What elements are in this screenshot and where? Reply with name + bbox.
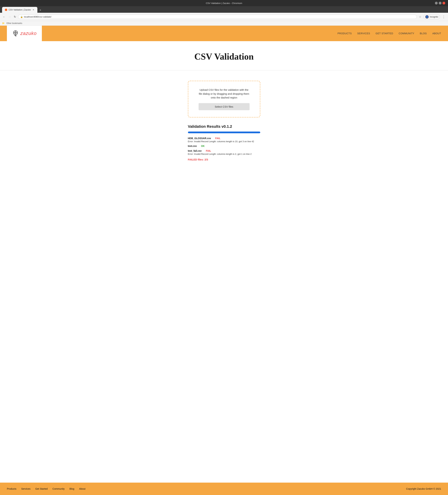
profile-label: Incognito (430, 16, 438, 18)
folder-icon: 📁 (2, 22, 5, 25)
bookmark-star-button[interactable]: ☆ (418, 14, 422, 19)
result-error-3: Error: Invalid Record Length: columns le… (188, 153, 260, 155)
result-item-3: test_fail.csv FAIL Error: Invalid Record… (188, 149, 260, 155)
main-section: Upload CSV files for the validation with… (0, 70, 448, 171)
nav-services[interactable]: SERVICES (357, 32, 370, 35)
result-error-1: Error: Invalid Record Length: columns le… (188, 140, 260, 143)
result-status-3: FAIL (206, 150, 211, 152)
tab-favicon (5, 9, 7, 11)
logo-icon (12, 30, 19, 37)
window-title: CSV Validation | Zazuko - Chromium (206, 2, 242, 4)
window-controls: — □ ✕ (435, 2, 445, 4)
failed-summary: FAILED files: 2/3 (188, 158, 260, 161)
active-tab[interactable]: CSV Validation | Zazuko ✕ (2, 7, 37, 13)
bookmarks-bar: 📁 Other bookmarks (0, 21, 448, 26)
result-item-2: test.csv OK (188, 144, 260, 148)
logo-text: zazuko (20, 31, 37, 36)
close-button[interactable]: ✕ (443, 2, 445, 4)
result-item-1: HDB_GLOSSAR.csv FAIL Error: Invalid Reco… (188, 137, 260, 143)
reload-button[interactable]: ↻ (13, 14, 17, 19)
tab-close-button[interactable]: ✕ (32, 9, 35, 11)
result-filename-1: HDB_GLOSSAR.csv (188, 137, 211, 140)
other-bookmarks-item[interactable]: Other bookmarks (5, 22, 23, 25)
url-input[interactable] (24, 15, 415, 18)
upload-description: Upload CSV files for the validation with… (199, 88, 250, 100)
forward-button[interactable]: → (8, 15, 12, 19)
logo-area: zazuko (7, 26, 42, 41)
select-files-button[interactable]: Select CSV files (199, 103, 250, 110)
footer-products[interactable]: Products (7, 487, 16, 490)
site-header: zazuko PRODUCTS SERVICES GET STARTED COM… (0, 26, 448, 41)
nav-community[interactable]: COMMUNITY (399, 32, 414, 35)
footer-blog[interactable]: Blog (70, 487, 74, 490)
result-status-2: OK (201, 145, 205, 147)
title-bar: CSV Validation | Zazuko - Chromium — □ ✕ (0, 0, 448, 6)
more-options-button[interactable]: ⋮ (441, 14, 446, 19)
upload-zone[interactable]: Upload CSV files for the validation with… (188, 81, 260, 117)
results-title: Validation Results v0.1.2 (188, 124, 260, 129)
new-tab-button[interactable]: + (38, 8, 43, 13)
tab-label: CSV Validation | Zazuko (9, 9, 31, 11)
footer-community[interactable]: Community (53, 487, 65, 490)
result-status-1: FAIL (215, 137, 221, 140)
progress-bar-fill (188, 132, 260, 133)
nav-about[interactable]: ABOUT (432, 32, 441, 35)
maximize-button[interactable]: □ (439, 2, 441, 4)
site-footer: Products Services Get Started Community … (0, 483, 448, 495)
website: zazuko PRODUCTS SERVICES GET STARTED COM… (0, 26, 448, 495)
page-title: CSV Validation (7, 52, 441, 62)
page-title-section: CSV Validation (0, 41, 448, 70)
nav-get-started[interactable]: GET STARTED (376, 32, 393, 35)
result-filename-3: test_fail.csv (188, 150, 202, 152)
footer-about[interactable]: About (79, 487, 85, 490)
minimize-button[interactable]: — (435, 2, 438, 4)
lock-icon: 🔒 (20, 16, 23, 18)
footer-get-started[interactable]: Get Started (35, 487, 48, 490)
results-section: Validation Results v0.1.2 HDB_GLOSSAR.cs… (188, 124, 260, 161)
footer-links: Products Services Get Started Community … (7, 487, 85, 490)
back-button[interactable]: ← (2, 15, 6, 19)
result-filename-2: test.csv (188, 145, 197, 147)
nav-blog[interactable]: BLOG (420, 32, 427, 35)
nav-products[interactable]: PRODUCTS (337, 32, 352, 35)
address-bar-row: ← → ↻ 🔒 ☆ 👤 Incognito ⋮ (0, 13, 448, 21)
tab-bar: CSV Validation | Zazuko ✕ + (0, 6, 448, 13)
progress-bar-track (188, 132, 260, 133)
address-bar[interactable]: 🔒 (18, 15, 417, 19)
page-content: CSV Validation Upload CSV files for the … (0, 41, 448, 483)
footer-services[interactable]: Services (21, 487, 30, 490)
browser-chrome: CSV Validation | Zazuko - Chromium — □ ✕… (0, 0, 448, 26)
footer-copyright: Copyright Zazuko GmbH © 2021 (406, 487, 441, 490)
profile-button[interactable]: 👤 Incognito (423, 14, 440, 19)
avatar: 👤 (425, 15, 429, 19)
site-nav: PRODUCTS SERVICES GET STARTED COMMUNITY … (337, 32, 441, 35)
